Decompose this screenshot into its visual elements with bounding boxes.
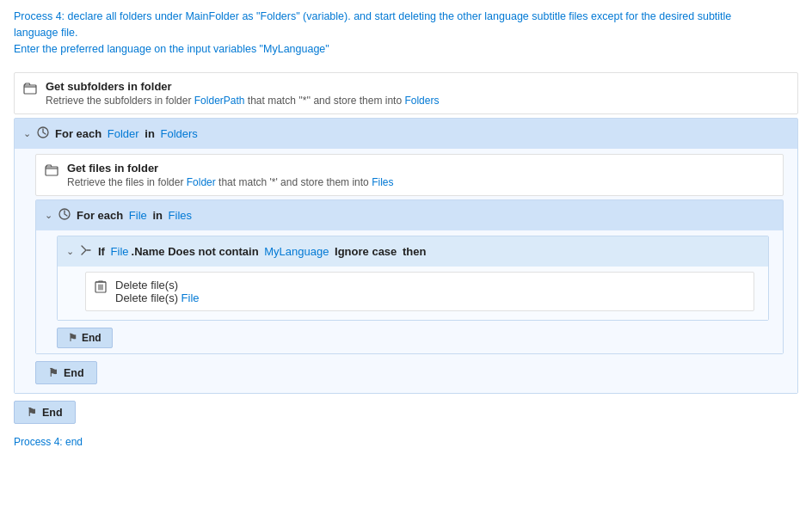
foreach-folders-body: Get files in folder Retrieve the files i… xyxy=(15,149,797,393)
foreach-folders-label: For each Folder in Folders xyxy=(55,127,200,140)
chevron-down-icon: ⌄ xyxy=(23,128,31,139)
trash-icon xyxy=(95,279,107,296)
get-subfolders-title: Get subfolders in folder xyxy=(46,80,439,93)
chevron-down-icon-2: ⌄ xyxy=(45,210,52,221)
if-body: Delete file(s) Delete file(s) File xyxy=(58,267,768,320)
delete-files-action: Delete file(s) Delete file(s) File xyxy=(85,272,754,311)
folder-icon xyxy=(23,82,37,98)
get-subfolders-action: Get subfolders in folder Retrieve the su… xyxy=(14,72,798,114)
process-end-label: Process 4: end xyxy=(14,436,798,448)
get-files-action: Get files in folder Retrieve the files i… xyxy=(35,154,784,196)
chevron-down-icon-3: ⌄ xyxy=(66,246,74,257)
end-if-button: ⚑ End xyxy=(57,324,769,348)
get-files-subtitle: Retrieve the files in folder Folder that… xyxy=(67,176,393,188)
if-label: If File.Name Does not contain MyLanguage… xyxy=(98,245,426,258)
end-foreach-folders-button: ⚑ End xyxy=(14,397,798,427)
delete-files-title: Delete file(s) xyxy=(115,279,200,291)
get-subfolders-content: Get subfolders in folder Retrieve the su… xyxy=(46,80,439,107)
get-files-title: Get files in folder xyxy=(67,162,393,175)
foreach-folders-container: ⌄ For each Folder in Folders xyxy=(14,118,798,394)
files-folder-icon xyxy=(45,163,58,180)
if-header[interactable]: ⌄ If File.Name Does not contain MyLang xyxy=(58,236,768,267)
delete-files-subtitle: Delete file(s) File xyxy=(115,291,200,304)
flag-icon-foreach-folders: ⚑ xyxy=(27,406,37,419)
process-description: Process 4: declare all folders under Mai… xyxy=(14,9,771,57)
loop-icon-2 xyxy=(58,207,71,224)
foreach-files-container: ⌄ For each File in Files xyxy=(35,199,784,354)
foreach-files-header[interactable]: ⌄ For each File in Files xyxy=(36,200,783,230)
foreach-folders-header[interactable]: ⌄ For each Folder in Folders xyxy=(15,119,797,149)
delete-files-content: Delete file(s) Delete file(s) File xyxy=(115,279,200,304)
end-foreach-files-button: ⚑ End xyxy=(35,358,784,388)
if-container: ⌄ If File.Name Does not contain MyLang xyxy=(57,236,769,321)
foreach-files-label: For each File in Files xyxy=(77,209,194,222)
flag-icon-foreach-files: ⚑ xyxy=(48,366,58,379)
loop-icon xyxy=(36,126,50,142)
get-files-content: Get files in folder Retrieve the files i… xyxy=(67,162,393,188)
foreach-files-body: ⌄ If File.Name Does not contain MyLang xyxy=(36,230,783,353)
if-icon xyxy=(79,243,93,260)
get-subfolders-subtitle: Retrieve the subfolders in folder Folder… xyxy=(46,95,439,107)
flag-icon-if: ⚑ xyxy=(68,332,77,344)
